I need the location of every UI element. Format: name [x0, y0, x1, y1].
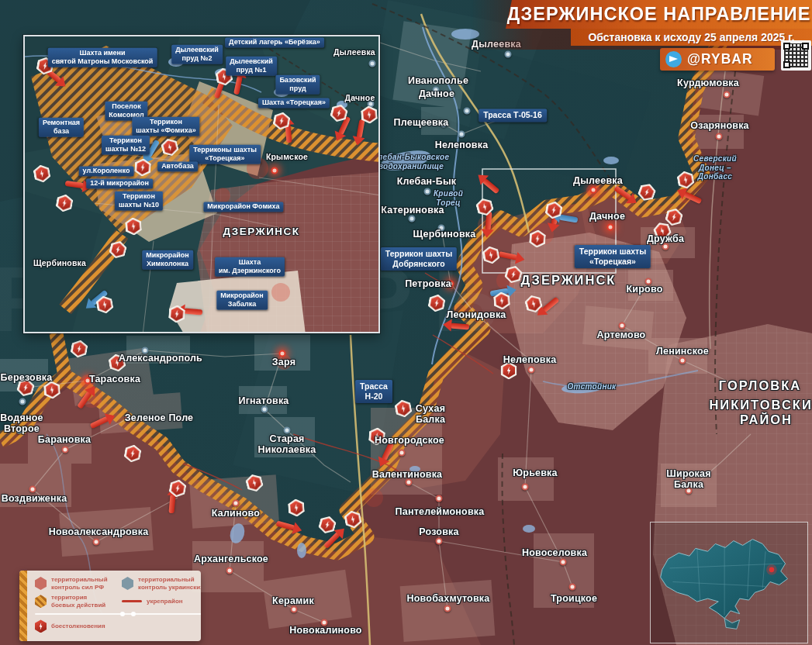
clash-badge — [651, 220, 673, 243]
clash-badge — [676, 170, 696, 190]
place-label: Крымское — [266, 152, 308, 161]
settlement-dot — [62, 447, 69, 454]
inset-dots-layer — [25, 36, 378, 332]
place-label: Новобахмутовка — [407, 593, 490, 604]
attack-arrow — [168, 495, 175, 514]
place-label: Дачное — [419, 88, 454, 99]
place-label: Керамик — [272, 595, 314, 606]
clash-badge — [664, 206, 684, 228]
place-label: Воздвиженка — [2, 493, 67, 504]
attack-arrow — [485, 212, 492, 231]
settlement-dot — [233, 500, 240, 507]
settlement-dot — [441, 121, 447, 128]
attack-arrow — [233, 76, 243, 95]
place-label: Широкая Балка — [666, 468, 710, 491]
map-callout: 12-й микрорайон — [86, 178, 153, 188]
place-label: НИКИТОВСКИЙ РАЙОН — [709, 398, 812, 427]
settlement-dot — [679, 357, 686, 364]
clashes-icon — [35, 619, 47, 633]
place-label: Ленинское — [656, 346, 709, 357]
inset-callouts-layer: Шахта имени святой Матроны МосковскойДет… — [25, 36, 378, 332]
settlement-dot — [724, 91, 731, 98]
map-callout: Дылеевский пруд №2 — [171, 45, 223, 64]
settlement-dot — [607, 224, 614, 231]
place-label: Дачное — [345, 93, 375, 102]
place-label: Кирово — [627, 284, 663, 295]
settlement-dot — [438, 225, 445, 232]
settlement-dot — [93, 539, 100, 546]
legend-divider — [35, 613, 201, 615]
place-label: Игнатовка — [239, 395, 289, 406]
place-label: ГОРЛОВКА — [719, 378, 801, 393]
clash-badge — [168, 478, 188, 498]
place-label: Нелеповка — [435, 140, 489, 150]
map-callout: Микрорайон Фомиха — [203, 202, 283, 212]
settlement-dot — [409, 216, 416, 222]
date-subtitle: Обстановка к исходу 25 апреля 2025 г. — [588, 31, 794, 43]
legend-item-rf-control: территориальный контроль сил РФ — [35, 576, 116, 591]
attack-arrow — [551, 206, 559, 226]
place-label: Тарасовка — [89, 374, 140, 385]
clash-badge — [529, 229, 547, 249]
map-callout: Дылеевский пруд №1 — [226, 57, 277, 76]
legend-label: боестолкновения — [51, 623, 105, 630]
clash-badge — [361, 105, 378, 125]
attack-arrow — [559, 214, 579, 222]
clash-badge — [244, 472, 264, 494]
map-callout: Шахта имени святой Матроны Московской — [48, 48, 157, 67]
settlement-dot — [321, 619, 328, 626]
attack-arrow — [542, 297, 560, 313]
attack-arrow — [44, 67, 62, 84]
settlement-dot — [369, 60, 376, 67]
settlement-dot — [444, 605, 451, 612]
attack-arrow — [482, 178, 500, 195]
attack-arrow — [91, 290, 109, 306]
place-label: Троицкое — [551, 593, 597, 604]
place-label: Щербиновка — [33, 258, 86, 267]
attack-arrow — [184, 308, 203, 315]
clash-badge — [475, 196, 495, 218]
settlement-dot — [406, 479, 413, 486]
place-label: Александрополь — [119, 353, 202, 364]
clash-badge — [544, 200, 564, 220]
map-callout: Микрорайон Химколонка — [142, 250, 193, 270]
map-callout: ул.Короленко — [79, 166, 134, 176]
clash-badge — [33, 164, 52, 184]
map-callout: Террикон шахты №12 — [102, 136, 150, 155]
place-label: Новоселовка — [522, 547, 587, 558]
settlement-dot — [436, 495, 443, 502]
settlement-dot — [19, 398, 26, 405]
legend-label: укрепрайон — [147, 598, 183, 605]
clash-badge — [108, 353, 127, 373]
place-label: Катериновка — [381, 205, 444, 216]
clash-badge — [16, 377, 36, 398]
attack-arrow — [613, 185, 632, 200]
settlement-dot — [590, 187, 597, 194]
place-label: Пантелеймоновка — [396, 506, 485, 517]
attack-arrow — [65, 181, 85, 188]
place-label: Артемово — [597, 329, 646, 340]
settlement-dot — [569, 584, 576, 591]
fortified-line-icon — [122, 600, 142, 602]
map-legend: территориальный контроль сил РФ территор… — [19, 571, 201, 641]
clash-badge — [394, 398, 413, 419]
attack-arrow — [285, 124, 292, 143]
settlement-dot — [560, 559, 567, 566]
place-label: Курдюмовка — [677, 78, 739, 88]
telegram-channel-pill: @RYBAR — [660, 48, 775, 71]
place-label: Новгородское — [375, 435, 444, 446]
clash-badge — [168, 305, 186, 324]
ukraine-locator-minimap — [650, 522, 808, 643]
place-label: Архангельское — [194, 554, 268, 564]
inset-canvas — [25, 36, 380, 333]
map-callout: Поселок Комсомол — [105, 102, 147, 121]
settlement-dot — [619, 322, 626, 329]
location-marker — [769, 567, 775, 572]
clash-badge — [523, 293, 544, 315]
map-callout: Детский лагерь «Берёзка» — [225, 37, 324, 47]
settlement-dot — [85, 378, 92, 385]
ukraine-shape — [651, 523, 807, 643]
attack-arrow — [356, 119, 365, 139]
place-label: Нелеповка — [503, 354, 557, 365]
clash-badge — [344, 509, 363, 529]
